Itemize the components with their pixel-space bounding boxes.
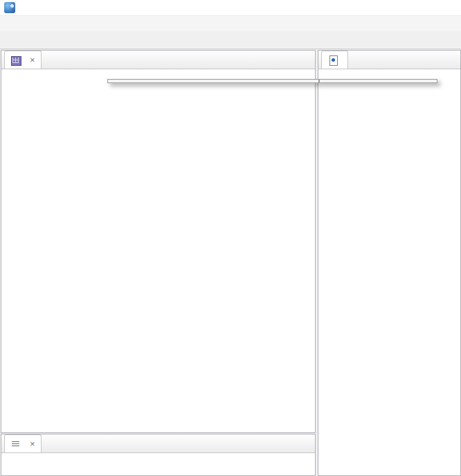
editor-header [318, 51, 460, 69]
titlebar [0, 0, 461, 16]
app-window: × × [0, 0, 461, 49]
script-explorer-icon [10, 55, 21, 66]
lua-file-icon [327, 55, 338, 66]
outline-panel: × [1, 434, 316, 476]
close-icon[interactable]: × [30, 55, 35, 65]
workbench: × × [0, 49, 461, 476]
main-toolbar [0, 31, 461, 49]
context-menu [107, 79, 319, 83]
close-icon[interactable]: × [30, 439, 35, 449]
menubar [0, 16, 461, 31]
script-explorer-header: × [1, 51, 315, 69]
view-toolbar [305, 51, 315, 69]
code-editor[interactable] [318, 69, 460, 475]
project-tree [1, 69, 315, 432]
lua-app-icon [4, 2, 15, 13]
outline-header: × [1, 434, 315, 453]
tab-core-event[interactable] [321, 51, 348, 69]
outline-content [1, 453, 315, 475]
tab-outline[interactable]: × [4, 434, 42, 452]
new-submenu [319, 79, 437, 83]
script-explorer-panel: × [1, 50, 316, 433]
tab-script-explorer[interactable]: × [4, 51, 42, 69]
editor-panel [318, 50, 461, 476]
outline-icon [10, 439, 21, 450]
